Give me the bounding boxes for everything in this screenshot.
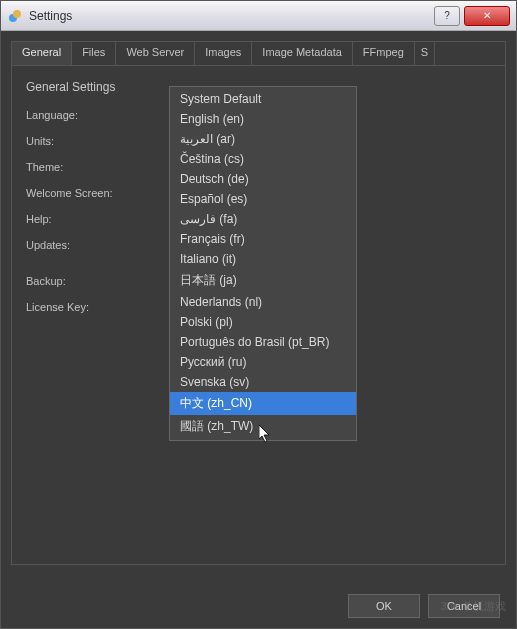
dropdown-item-chinese-traditional[interactable]: 國語 (zh_TW) bbox=[170, 415, 356, 438]
cancel-button[interactable]: Cancel bbox=[428, 594, 500, 618]
label-language: Language: bbox=[26, 109, 136, 121]
dropdown-item-swedish[interactable]: Svenska (sv) bbox=[170, 372, 356, 392]
tab-ffmpeg[interactable]: FFmpeg bbox=[353, 42, 415, 65]
label-backup: Backup: bbox=[26, 275, 136, 287]
dropdown-item-polish[interactable]: Polski (pl) bbox=[170, 312, 356, 332]
dropdown-item-english[interactable]: English (en) bbox=[170, 109, 356, 129]
label-help: Help: bbox=[26, 213, 136, 225]
dropdown-item-japanese[interactable]: 日本語 (ja) bbox=[170, 269, 356, 292]
label-theme: Theme: bbox=[26, 161, 136, 173]
help-button[interactable]: ? bbox=[434, 6, 460, 26]
dropdown-item-dutch[interactable]: Nederlands (nl) bbox=[170, 292, 356, 312]
ok-button[interactable]: OK bbox=[348, 594, 420, 618]
dropdown-item-system-default[interactable]: System Default bbox=[170, 89, 356, 109]
dropdown-item-arabic[interactable]: العربية (ar) bbox=[170, 129, 356, 149]
label-units: Units: bbox=[26, 135, 136, 147]
titlebar: Settings ? ✕ bbox=[1, 1, 516, 31]
language-dropdown[interactable]: System Default English (en) العربية (ar)… bbox=[169, 86, 357, 441]
dropdown-item-chinese-simplified[interactable]: 中文 (zh_CN) bbox=[170, 392, 356, 415]
window-title: Settings bbox=[29, 9, 430, 23]
dropdown-item-italian[interactable]: Italiano (it) bbox=[170, 249, 356, 269]
dropdown-item-czech[interactable]: Čeština (cs) bbox=[170, 149, 356, 169]
tab-truncated[interactable]: S bbox=[415, 42, 435, 65]
settings-window: Settings ? ✕ General Files Web Server Im… bbox=[0, 0, 517, 629]
label-welcome: Welcome Screen: bbox=[26, 187, 136, 199]
tab-bar: General Files Web Server Images Image Me… bbox=[12, 42, 505, 66]
label-license: License Key: bbox=[26, 301, 136, 313]
tab-image-metadata[interactable]: Image Metadata bbox=[252, 42, 353, 65]
app-icon bbox=[7, 8, 23, 24]
tab-web-server[interactable]: Web Server bbox=[116, 42, 195, 65]
dropdown-item-german[interactable]: Deutsch (de) bbox=[170, 169, 356, 189]
dropdown-item-persian[interactable]: فارسی (fa) bbox=[170, 209, 356, 229]
dropdown-item-spanish[interactable]: Español (es) bbox=[170, 189, 356, 209]
tab-files[interactable]: Files bbox=[72, 42, 116, 65]
dialog-footer: OK Cancel bbox=[1, 584, 516, 628]
tab-general[interactable]: General bbox=[12, 42, 72, 65]
label-updates: Updates: bbox=[26, 239, 136, 251]
titlebar-buttons: ? ✕ bbox=[430, 6, 510, 26]
dropdown-item-russian[interactable]: Русский (ru) bbox=[170, 352, 356, 372]
dropdown-item-portuguese-brasil[interactable]: Português do Brasil (pt_BR) bbox=[170, 332, 356, 352]
svg-point-1 bbox=[13, 10, 21, 18]
close-button[interactable]: ✕ bbox=[464, 6, 510, 26]
tab-images[interactable]: Images bbox=[195, 42, 252, 65]
dropdown-item-french[interactable]: Français (fr) bbox=[170, 229, 356, 249]
